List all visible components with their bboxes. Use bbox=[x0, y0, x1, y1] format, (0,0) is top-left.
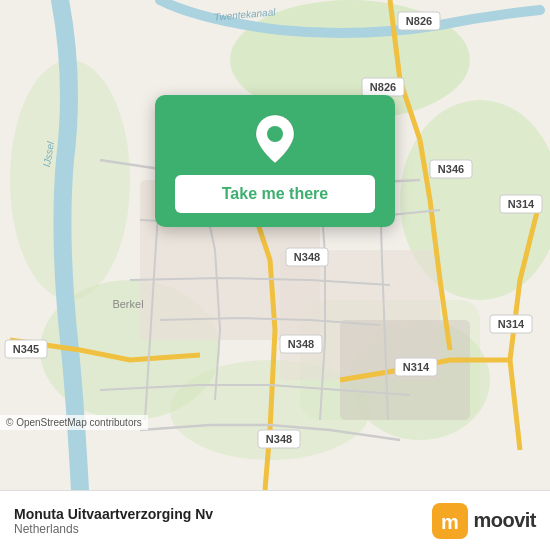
bottom-bar: Monuta Uitvaartverzorging Nv Netherlands… bbox=[0, 490, 550, 550]
location-pin-icon bbox=[253, 113, 297, 165]
moovit-logo: m moovit bbox=[432, 503, 536, 539]
n348-mid-label: N348 bbox=[288, 338, 314, 350]
n314-top-label: N314 bbox=[508, 198, 535, 210]
n348-top-label: N348 bbox=[294, 251, 320, 263]
map-container: N826 N826 N346 N348 N348 N348 N314 N314 … bbox=[0, 0, 550, 490]
n346-label: N346 bbox=[438, 163, 464, 175]
moovit-text: moovit bbox=[473, 509, 536, 532]
svg-point-21 bbox=[267, 126, 283, 142]
location-country: Netherlands bbox=[14, 522, 213, 536]
take-me-there-button[interactable]: Take me there bbox=[175, 175, 375, 213]
copyright-text: © OpenStreetMap contributors bbox=[6, 417, 142, 428]
n826-mid-label: N826 bbox=[370, 81, 396, 93]
location-name: Monuta Uitvaartverzorging Nv bbox=[14, 506, 213, 522]
n345-label: N345 bbox=[13, 343, 39, 355]
n314-bot-label: N314 bbox=[403, 361, 430, 373]
svg-text:m: m bbox=[442, 511, 460, 533]
copyright-bar: © OpenStreetMap contributors bbox=[0, 415, 148, 430]
n348-bot-label: N348 bbox=[266, 433, 292, 445]
location-info: Monuta Uitvaartverzorging Nv Netherlands bbox=[14, 506, 213, 536]
moovit-icon: m bbox=[432, 503, 468, 539]
n314-mid-label: N314 bbox=[498, 318, 525, 330]
berkel-label: Berkel bbox=[112, 298, 143, 310]
n826-top-label: N826 bbox=[406, 15, 432, 27]
popup-card: Take me there bbox=[155, 95, 395, 227]
